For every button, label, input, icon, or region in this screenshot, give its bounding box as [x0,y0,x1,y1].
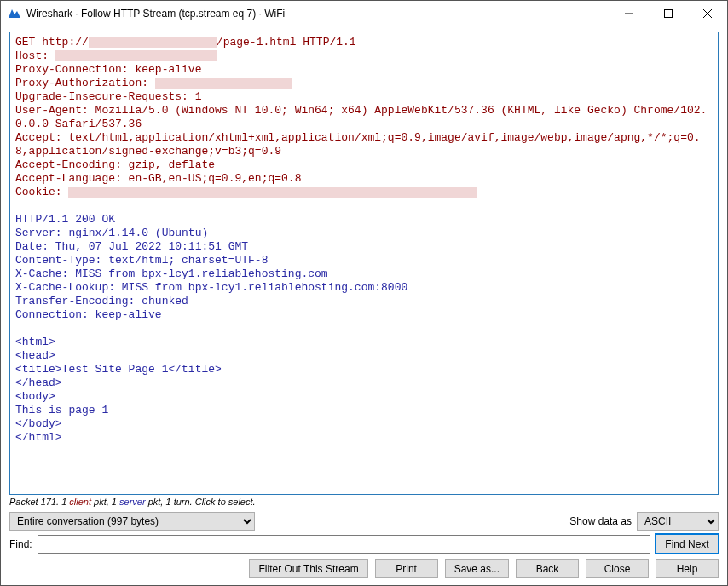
resp-head-close: </head> [15,376,62,389]
status-mid: pkt, 1 [91,497,119,507]
resp-body-text: This is page 1 [15,404,108,417]
status-line[interactable]: Packet 171. 1 client pkt, 1 server pkt, … [9,495,719,510]
show-as-select[interactable]: ASCII [637,512,719,531]
req-accept-lang: Accept-Language: en-GB,en-US;q=0.9,en;q=… [15,172,301,185]
print-button[interactable]: Print [375,559,438,578]
show-as-label: Show data as [569,515,632,527]
req-get: GET http:// [15,36,89,49]
redacted-cookie [68,187,477,198]
resp-server: Server: nginx/1.14.0 (Ubuntu) [15,227,208,239]
close-dialog-button[interactable]: Close [586,559,649,578]
conversation-select[interactable]: Entire conversation (997 bytes) [9,512,255,531]
svg-rect-1 [665,10,673,18]
req-accept-enc: Accept-Encoding: gzip, deflate [15,158,215,171]
resp-body-open: <body> [15,390,55,403]
window-controls [610,1,727,26]
req-upgrade: Upgrade-Insecure-Requests: 1 [15,90,201,103]
status-suffix: pkt, 1 turn. Click to select. [146,497,256,507]
resp-xcachelookup: X-Cache-Lookup: MISS from bpx-lcy1.relia… [15,281,407,294]
resp-date: Date: Thu, 07 Jul 2022 10:11:51 GMT [15,240,248,253]
save-as-button[interactable]: Save as... [445,559,509,578]
maximize-button[interactable] [649,1,688,26]
resp-html-open: <html> [15,336,55,348]
resp-ctype: Content-Type: text/html; charset=UTF-8 [15,254,268,267]
find-input[interactable] [38,535,650,554]
find-next-button[interactable]: Find Next [656,534,719,554]
resp-title: <title>Test Site Page 1</title> [15,363,222,376]
resp-xcache: X-Cache: MISS from bpx-lcy1.reliablehost… [15,267,328,280]
window-title: Wireshark · Follow HTTP Stream (tcp.stre… [26,8,610,20]
req-cookie-label: Cookie: [15,186,68,198]
req-host-label: Host: [15,49,55,62]
resp-status: HTTP/1.1 200 OK [15,213,115,226]
stream-text[interactable]: GET http:///page-1.html HTTP/1.1 Host: P… [9,32,719,495]
resp-conn: Connection: keep-alive [15,308,162,321]
redacted-host [89,37,217,48]
content-area: GET http:///page-1.html HTTP/1.1 Host: P… [1,26,727,585]
help-button[interactable]: Help [656,559,719,578]
resp-body-close: </body> [15,417,62,430]
resp-head-open: <head> [15,349,55,362]
redacted-proxy-auth [155,78,292,89]
back-button[interactable]: Back [516,559,579,578]
req-path: /page-1.html HTTP/1.1 [217,36,356,49]
button-row: Filter Out This Stream Print Save as... … [9,555,719,578]
redacted-host-value [55,50,217,61]
filter-out-button[interactable]: Filter Out This Stream [249,559,367,578]
resp-tenc: Transfer-Encoding: chunked [15,295,188,307]
close-button[interactable] [688,1,727,26]
options-row: Entire conversation (997 bytes) Show dat… [9,510,719,532]
find-row: Find: Find Next [9,532,719,555]
status-client: client [69,497,91,507]
req-proxy-auth-label: Proxy-Authorization: [15,77,155,89]
req-ua: User-Agent: Mozilla/5.0 (Windows NT 10.0… [15,104,707,130]
req-accept: Accept: text/html,application/xhtml+xml,… [15,131,701,158]
find-label: Find: [9,538,32,550]
resp-html-close: </html> [15,431,62,444]
titlebar: Wireshark · Follow HTTP Stream (tcp.stre… [1,1,727,26]
wireshark-icon [8,7,21,20]
minimize-button[interactable] [610,1,649,26]
status-prefix: Packet 171. 1 [9,497,69,507]
status-server: server [119,497,146,507]
req-proxy-conn: Proxy-Connection: keep-alive [15,63,201,76]
